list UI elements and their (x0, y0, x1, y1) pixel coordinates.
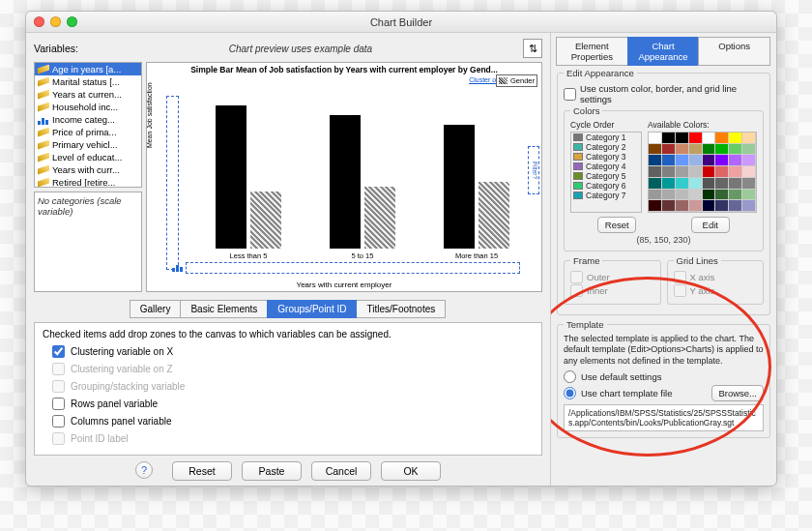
zoom-icon[interactable] (67, 16, 77, 27)
palette-cell[interactable] (662, 155, 676, 166)
check-frame-outer[interactable]: Outer (570, 271, 654, 283)
palette-cell[interactable] (662, 190, 676, 201)
palette-cell[interactable] (729, 200, 742, 212)
palette-cell[interactable] (676, 190, 689, 201)
palette-cell[interactable] (715, 200, 729, 212)
cycle-reset-button[interactable]: Reset (597, 217, 636, 233)
legend-box[interactable]: Gender (496, 74, 537, 87)
variable-item[interactable]: Household inc... (35, 101, 141, 113)
tab-groups-point-id[interactable]: Groups/Point ID (267, 300, 357, 318)
palette-cell[interactable] (649, 190, 662, 201)
radio-use-default[interactable]: Use default settings (564, 370, 764, 383)
close-icon[interactable] (34, 16, 44, 27)
variable-item[interactable]: Primary vehicl... (35, 138, 141, 151)
palette-cell[interactable] (676, 155, 689, 166)
tab-basic-elements[interactable]: Basic Elements (180, 300, 268, 318)
chart-canvas[interactable]: Simple Bar Mean of Job satisfaction by Y… (146, 62, 542, 292)
tab-element-properties[interactable]: Element Properties (556, 37, 628, 66)
palette-cell[interactable] (703, 178, 716, 190)
palette-cell[interactable] (689, 155, 703, 166)
palette-cell[interactable] (649, 166, 662, 178)
cycle-item[interactable]: Category 2 (571, 142, 641, 152)
variables-list[interactable]: Age in years [a...Marital status [...Yea… (34, 62, 142, 188)
radio-use-template-file[interactable]: Use chart template file (564, 387, 706, 399)
cycle-order-list[interactable]: Category 1Category 2Category 3Category 4… (570, 132, 642, 213)
tab-gallery[interactable]: Gallery (130, 300, 182, 318)
palette-cell[interactable] (703, 144, 716, 156)
categories-box[interactable]: No categories (scale variable) (34, 192, 142, 292)
color-edit-button[interactable]: Edit (691, 217, 730, 233)
palette-cell[interactable] (703, 133, 716, 144)
palette-cell[interactable] (715, 190, 729, 201)
paste-button[interactable]: Paste (242, 461, 302, 481)
bar[interactable] (478, 182, 509, 249)
cycle-item[interactable]: Category 7 (571, 191, 641, 200)
palette-cell[interactable] (729, 178, 742, 190)
palette-cell[interactable] (649, 178, 662, 190)
tab-chart-appearance[interactable]: Chart Appearance (627, 37, 700, 66)
cycle-item[interactable]: Category 4 (571, 162, 641, 171)
variable-item[interactable]: Years with curr... (35, 163, 141, 176)
palette-cell[interactable] (676, 144, 689, 156)
palette-cell[interactable] (662, 133, 676, 144)
check-cluster-x[interactable]: Clustering variable on X (52, 345, 534, 358)
palette-cell[interactable] (689, 190, 703, 201)
palette-cell[interactable] (703, 190, 716, 201)
swap-axes-button[interactable]: ⇅ (523, 39, 542, 58)
palette-cell[interactable] (715, 155, 729, 166)
palette-cell[interactable] (703, 200, 716, 212)
palette-cell[interactable] (729, 155, 742, 166)
palette-cell[interactable] (729, 133, 742, 144)
minimize-icon[interactable] (50, 16, 61, 27)
x-axis-dropzone[interactable] (186, 262, 520, 274)
palette-cell[interactable] (742, 144, 756, 156)
palette-cell[interactable] (662, 178, 676, 190)
palette-cell[interactable] (649, 200, 662, 212)
bar[interactable] (250, 192, 281, 249)
check-cols-panel[interactable]: Columns panel variable (52, 415, 534, 428)
browse-button[interactable]: Browse... (711, 385, 764, 401)
palette-cell[interactable] (742, 166, 756, 178)
palette-cell[interactable] (715, 178, 729, 190)
bar[interactable] (216, 105, 246, 249)
check-grid-y[interactable]: Y axis (674, 284, 758, 297)
variable-item[interactable]: Retired [retire... (35, 176, 141, 188)
palette-cell[interactable] (742, 200, 756, 212)
ok-button[interactable]: OK (381, 461, 441, 481)
bar[interactable] (444, 125, 475, 249)
reset-button[interactable]: Reset (172, 461, 232, 481)
check-grid-x[interactable]: X axis (674, 271, 758, 283)
palette-cell[interactable] (729, 166, 742, 178)
tab-titles-footnotes[interactable]: Titles/Footnotes (356, 300, 446, 318)
check-use-custom[interactable]: Use custom color, border, and grid line … (564, 83, 764, 104)
palette-cell[interactable] (676, 200, 689, 212)
palette-cell[interactable] (742, 133, 756, 144)
palette-cell[interactable] (649, 144, 662, 156)
palette-cell[interactable] (715, 144, 729, 156)
variable-item[interactable]: Income categ... (35, 113, 141, 126)
palette-cell[interactable] (662, 200, 676, 212)
palette-cell[interactable] (689, 178, 703, 190)
variable-item[interactable]: Years at curren... (35, 88, 141, 101)
palette-cell[interactable] (729, 190, 742, 201)
palette-cell[interactable] (689, 166, 703, 178)
bar[interactable] (330, 115, 361, 249)
tab-options[interactable]: Options (698, 37, 770, 66)
palette-cell[interactable] (742, 178, 756, 190)
y-axis-dropzone[interactable] (166, 96, 179, 270)
palette-cell[interactable] (676, 133, 689, 144)
palette-cell[interactable] (715, 133, 729, 144)
check-rows-panel[interactable]: Rows panel variable (52, 398, 534, 410)
cycle-item[interactable]: Category 5 (571, 171, 641, 181)
cycle-item[interactable]: Category 1 (571, 133, 641, 142)
variable-item[interactable]: Age in years [a... (35, 63, 141, 75)
palette-cell[interactable] (689, 133, 703, 144)
palette-cell[interactable] (742, 190, 756, 201)
palette-cell[interactable] (676, 166, 689, 178)
palette-cell[interactable] (676, 178, 689, 190)
palette-cell[interactable] (729, 144, 742, 156)
variable-item[interactable]: Marital status [... (35, 75, 141, 88)
palette-cell[interactable] (649, 155, 662, 166)
cancel-button[interactable]: Cancel (311, 461, 371, 481)
bar[interactable] (364, 187, 395, 249)
